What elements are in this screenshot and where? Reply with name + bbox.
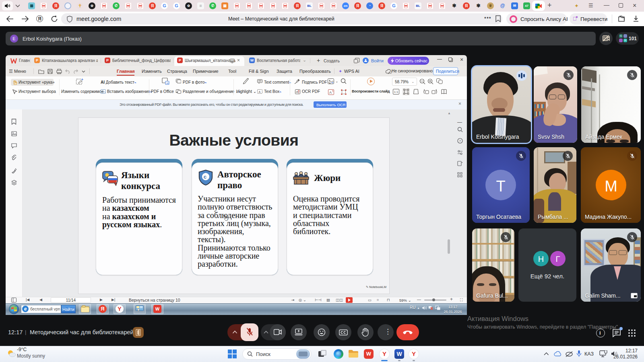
svg-text:W: W: [166, 82, 169, 84]
svg-text:A: A: [329, 90, 332, 95]
svg-text:A: A: [296, 90, 299, 94]
svg-text:A: A: [259, 90, 261, 93]
svg-text:c: c: [204, 174, 207, 180]
svg-text:?: ?: [459, 139, 461, 143]
